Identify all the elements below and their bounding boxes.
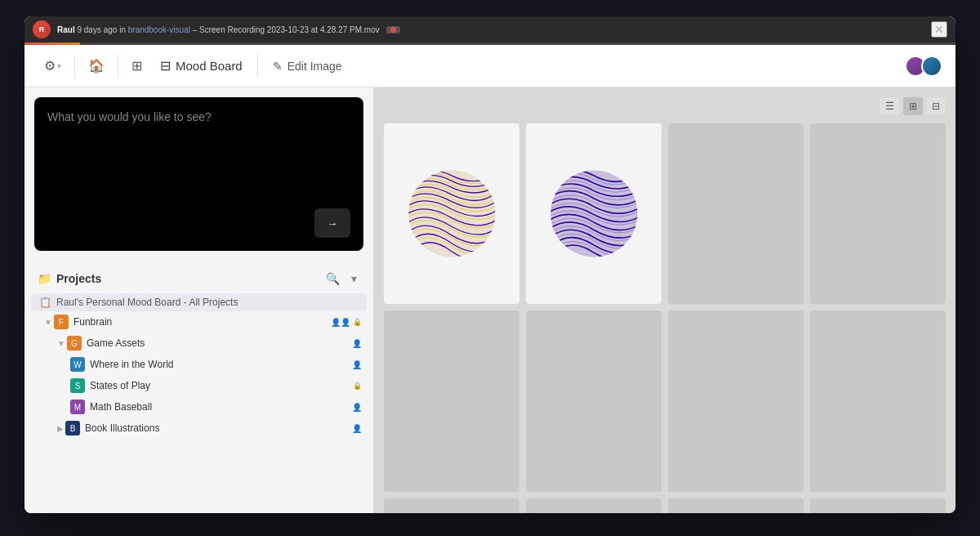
projects-header: 📁 Projects 🔍 ▾ (24, 261, 373, 293)
states-play-lock-icon: 🔒 (353, 382, 362, 390)
apps-button[interactable]: ⊞ (125, 53, 149, 78)
gear-chevron: ▾ (57, 61, 61, 70)
close-button[interactable]: ✕ (931, 21, 947, 38)
modal: R Raul 9 days ago in brandbook-visual – … (24, 16, 956, 513)
root-item-label: Raul's Personal Mood Board - All Project… (56, 297, 362, 308)
funbrain-label: Funbrain (74, 316, 327, 328)
projects-panel: 📁 Projects 🔍 ▾ 📋 (24, 261, 373, 513)
book-illus-label: Book Illustrations (85, 422, 349, 434)
chat-send-button[interactable]: → (314, 208, 350, 238)
progress-bar-fill (24, 42, 80, 45)
projects-label: Projects (56, 272, 101, 285)
grid-view-button[interactable]: ⊞ (903, 97, 923, 115)
states-play-icon: S (70, 378, 85, 393)
funbrain-lock-icon: 🔒 (353, 318, 362, 326)
chat-area: What you would you like to see? → (34, 97, 363, 251)
image-cell-10[interactable] (526, 498, 662, 513)
game-assets-icon: G (67, 336, 82, 351)
where-world-label: Where in the World (90, 359, 349, 370)
toolbar-divider-3 (257, 55, 258, 78)
modal-overlay: R Raul 9 days ago in brandbook-visual – … (0, 0, 980, 536)
image-cell-2[interactable] (526, 123, 662, 304)
art-svg-2 (540, 141, 648, 286)
tree-item-root[interactable]: 📋 Raul's Personal Mood Board - All Proje… (31, 293, 367, 311)
image-cell-7[interactable] (668, 310, 804, 491)
timestamp: 9 days ago in (77, 25, 126, 34)
send-icon: → (327, 217, 337, 230)
home-icon: 🏠 (88, 58, 105, 74)
tree-item-where-world[interactable]: W Where in the World 👤 (31, 354, 367, 375)
game-assets-chevron: ▼ (57, 339, 65, 348)
where-world-icon: W (70, 357, 85, 372)
toolbar: ⚙ ▾ 🏠 ⊞ ⊟ Mood Board ✎ Edit Im (24, 45, 956, 87)
image-cell-12[interactable] (810, 498, 946, 513)
projects-search-button[interactable]: 🔍 (323, 270, 343, 287)
recording-badge (386, 26, 400, 34)
gear-icon: ⚙ (44, 58, 56, 74)
brand-label: brandbook-visual (128, 25, 190, 34)
game-assets-people-icon: 👤 (352, 339, 362, 348)
modal-body: What you would you like to see? → 📁 Proj… (24, 87, 956, 513)
right-panel: ☰ ⊞ ⊟ (374, 87, 956, 513)
mood-board-icon: ⊟ (160, 58, 171, 74)
apps-icon: ⊞ (131, 58, 142, 74)
progress-bar-container[interactable] (24, 42, 956, 45)
large-grid-view-button[interactable]: ⊟ (926, 97, 946, 115)
image-cell-3[interactable] (668, 123, 804, 304)
projects-title: 📁 Projects (38, 272, 101, 285)
user-name: Raul (57, 25, 75, 34)
where-world-people-icon: 👤 (352, 360, 362, 369)
app-shell: R Raul 9 days ago in brandbook-visual – … (0, 0, 980, 536)
home-button[interactable]: 🏠 (82, 53, 111, 78)
tree-item-book-illustrations[interactable]: ▶ B Book Illustrations 👤 (31, 418, 367, 439)
toolbar-divider-2 (118, 55, 118, 78)
user-avatar-2 (921, 56, 942, 77)
tree-item-math-baseball[interactable]: M Math Baseball 👤 (31, 396, 367, 418)
image-cell-5[interactable] (384, 310, 519, 491)
gear-button[interactable]: ⚙ ▾ (38, 53, 68, 78)
tree-item-states-play[interactable]: S States of Play 🔒 (31, 375, 367, 396)
filename: Screen Recording 2023-10-23 at 4.28.27 P… (199, 25, 380, 34)
states-play-label: States of Play (90, 380, 350, 391)
book-illus-icon: B (65, 421, 80, 436)
image-cell-9[interactable] (384, 498, 519, 513)
image-grid (384, 123, 946, 513)
mood-board-button[interactable]: ⊟ Mood Board (152, 53, 251, 78)
image-cell-4[interactable] (810, 123, 946, 304)
funbrain-chevron: ▼ (44, 318, 52, 327)
image-cell-11[interactable] (668, 498, 804, 513)
math-baseball-people-icon: 👤 (352, 403, 362, 412)
toolbar-divider-1 (74, 55, 75, 78)
folder-icon: 📁 (38, 272, 51, 285)
tree-item-funbrain[interactable]: ▼ F Funbrain 👤👤 🔒 (31, 311, 367, 333)
root-folder-icon: 📋 (39, 297, 51, 308)
edit-image-button[interactable]: ✎ Edit Image (265, 55, 350, 78)
user-avatars (905, 56, 942, 77)
image-cell-8[interactable] (810, 310, 946, 491)
edit-image-icon: ✎ (273, 60, 283, 73)
funbrain-people-icon: 👤👤 (331, 318, 350, 327)
math-baseball-icon: M (70, 400, 85, 414)
image-cell-1[interactable] (384, 123, 519, 304)
project-tree: 📋 Raul's Personal Mood Board - All Proje… (24, 293, 373, 439)
projects-dropdown-button[interactable]: ▾ (348, 270, 360, 287)
recording-strip: R Raul 9 days ago in brandbook-visual – … (24, 16, 956, 42)
left-panel: What you would you like to see? → 📁 Proj… (24, 87, 374, 513)
tree-item-game-assets[interactable]: ▼ G Game Assets 👤 (31, 333, 367, 354)
recording-info: Raul 9 days ago in brandbook-visual – Sc… (57, 25, 380, 34)
list-view-button[interactable]: ☰ (880, 97, 900, 115)
raul-avatar: R (33, 20, 51, 38)
image-cell-6[interactable] (526, 310, 662, 491)
funbrain-icon: F (54, 315, 69, 329)
chat-placeholder: What you would you like to see? (47, 110, 350, 123)
book-illus-chevron: ▶ (57, 424, 64, 433)
art-svg-1 (398, 141, 506, 286)
math-baseball-label: Math Baseball (90, 401, 349, 413)
projects-actions: 🔍 ▾ (323, 270, 360, 287)
rec-dot (390, 27, 396, 33)
game-assets-label: Game Assets (87, 337, 349, 349)
grid-toolbar: ☰ ⊞ ⊟ (384, 97, 946, 115)
toolbar-right (905, 56, 942, 77)
separator: – (193, 25, 199, 34)
mood-board-label: Mood Board (176, 59, 243, 73)
